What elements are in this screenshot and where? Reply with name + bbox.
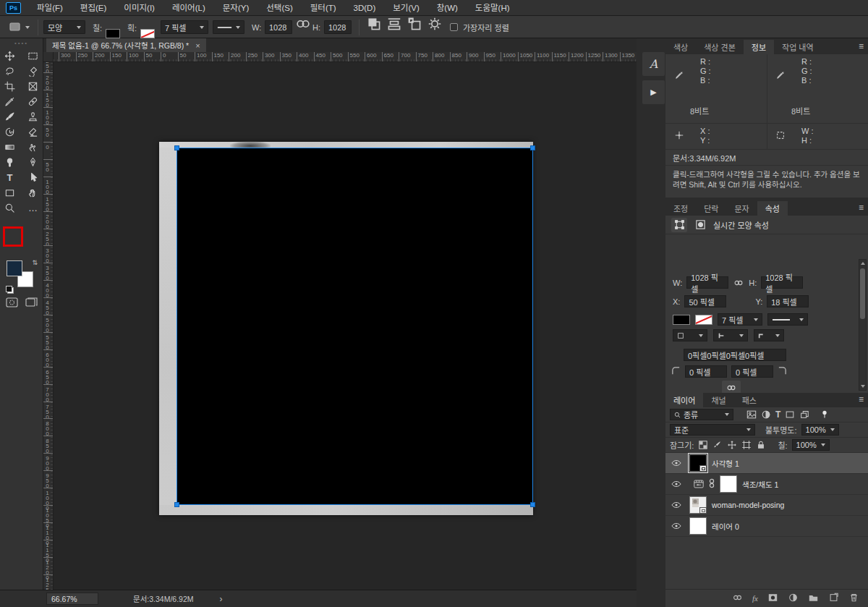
menu-item[interactable]: 파일(F) xyxy=(28,0,72,16)
lock-image-icon[interactable] xyxy=(712,440,723,450)
lock-transparency-icon[interactable] xyxy=(698,440,708,450)
tab-adjustments[interactable]: 조정 xyxy=(665,201,696,216)
menu-item[interactable]: 보기(V) xyxy=(384,0,428,16)
document-tab[interactable]: 제목 없음-1 @ 66.7% (사각형 1, RGB/8) * × xyxy=(46,38,206,52)
new-group-button[interactable] xyxy=(808,593,819,604)
close-icon[interactable]: × xyxy=(195,41,200,50)
menu-item[interactable]: 창(W) xyxy=(428,0,467,16)
layer-thumbnail[interactable] xyxy=(689,517,707,535)
tab-paths[interactable]: 패스 xyxy=(734,393,765,407)
scrollbar-thumb[interactable] xyxy=(860,268,865,319)
properties-scrollbar[interactable] xyxy=(859,259,867,391)
menu-item[interactable]: 편집(E) xyxy=(72,0,116,16)
path-arrangement-button[interactable] xyxy=(407,16,422,32)
layer-name[interactable]: woman-model-posing xyxy=(712,501,784,509)
document-canvas[interactable] xyxy=(159,142,533,515)
rectangle-tool[interactable] xyxy=(1,185,19,200)
filter-type-layers-icon[interactable]: T xyxy=(775,409,780,420)
delete-layer-button[interactable] xyxy=(848,593,859,604)
opacity-select[interactable]: 100% xyxy=(801,424,839,436)
vertical-ruler[interactable]: 2502001501005005010015020025030035040045… xyxy=(43,62,54,590)
visibility-eye-icon[interactable] xyxy=(668,459,684,467)
gradient-tool[interactable] xyxy=(1,140,19,155)
stroke-type-select[interactable] xyxy=(213,20,244,34)
frame-tool[interactable] xyxy=(25,79,42,94)
filter-shape-layers-icon[interactable] xyxy=(785,409,795,420)
link-dimensions-icon[interactable] xyxy=(733,278,744,288)
tab-info[interactable]: 정보 xyxy=(744,40,774,54)
new-layer-button[interactable] xyxy=(828,593,839,604)
layer-row-rectangle1[interactable]: 사각형 1 xyxy=(665,453,868,474)
default-colors-icon[interactable] xyxy=(6,286,14,294)
shape-fill-swatch[interactable] xyxy=(673,315,690,325)
tab-properties[interactable]: 속성 xyxy=(757,201,788,216)
lock-position-icon[interactable] xyxy=(727,440,737,450)
shape-h-input[interactable]: 1028 픽셀 xyxy=(761,276,803,289)
gear-icon[interactable] xyxy=(427,16,443,32)
rectangular-marquee-tool[interactable] xyxy=(25,48,42,64)
lock-all-icon[interactable] xyxy=(756,440,766,450)
shape-stroke-width-select[interactable]: 7 픽셀 xyxy=(718,313,762,326)
link-layers-button[interactable] xyxy=(732,593,743,604)
shape-y-input[interactable]: 18 픽셀 xyxy=(767,295,809,307)
corner-top-right-input[interactable]: 0 픽셀 xyxy=(731,365,773,378)
visibility-eye-icon[interactable] xyxy=(668,522,684,530)
shape-properties-button[interactable] xyxy=(671,218,687,232)
add-adjustment-button[interactable] xyxy=(788,593,799,604)
mask-properties-button[interactable] xyxy=(692,218,708,232)
history-brush-tool[interactable] xyxy=(1,124,19,140)
ruler-corner[interactable] xyxy=(43,52,54,62)
smudge-tool[interactable] xyxy=(25,140,42,155)
shape-x-input[interactable]: 50 픽셀 xyxy=(684,295,726,307)
menu-item[interactable]: 레이어(L) xyxy=(163,0,214,16)
shape-height-input[interactable]: 1028 xyxy=(324,20,352,34)
corner-radius-summary-input[interactable]: 0픽셀0픽셀0픽셀0픽셀 xyxy=(684,349,786,361)
filter-adjustment-layers-icon[interactable] xyxy=(761,409,771,420)
menu-item[interactable]: 선택(S) xyxy=(258,0,302,16)
clone-stamp-tool[interactable] xyxy=(25,109,42,124)
panel-menu-icon[interactable]: ≡ xyxy=(859,41,864,51)
zoom-level-field[interactable]: 66.67% xyxy=(46,593,98,605)
layer-name[interactable]: 레이어 0 xyxy=(712,521,739,532)
tool-preset-picker[interactable] xyxy=(9,16,30,38)
panel-menu-icon[interactable]: ≡ xyxy=(859,394,864,404)
corner-top-left-input[interactable]: 0 픽셀 xyxy=(685,365,727,378)
tool-mode-select[interactable]: 모양 xyxy=(43,20,85,34)
tab-history[interactable]: 작업 내역 xyxy=(774,40,822,54)
move-tool[interactable] xyxy=(1,48,19,64)
tab-layers[interactable]: 레이어 xyxy=(665,393,703,407)
shape-stroke-swatch[interactable] xyxy=(695,315,712,325)
visibility-eye-icon[interactable] xyxy=(668,480,684,488)
layer-thumbnail[interactable] xyxy=(689,496,707,514)
add-mask-button[interactable] xyxy=(767,593,778,604)
tab-swatches[interactable]: 색상 견본 xyxy=(696,40,744,54)
fill-opacity-select[interactable]: 100% xyxy=(792,439,830,451)
dodge-tool[interactable] xyxy=(1,155,19,170)
actions-panel-button[interactable]: ▶ xyxy=(642,80,665,104)
shape-width-input[interactable]: 1028 xyxy=(265,20,292,34)
stroke-width-select[interactable]: 7 픽셀 xyxy=(161,20,208,34)
align-edges-checkbox[interactable] xyxy=(450,23,458,31)
stroke-color-swatch[interactable] xyxy=(140,29,155,38)
menu-item[interactable]: 도움말(H) xyxy=(467,0,519,16)
status-options-chevron[interactable]: › xyxy=(220,594,223,604)
spot-healing-brush-tool[interactable] xyxy=(25,94,42,109)
bit-depth-left[interactable]: 8비트 xyxy=(690,105,709,116)
menu-item[interactable]: 필터(T) xyxy=(302,0,345,16)
zoom-tool[interactable] xyxy=(1,200,19,216)
scroll-down-arrow[interactable] xyxy=(861,385,865,388)
stroke-cap-select[interactable] xyxy=(713,329,748,341)
blend-mode-select[interactable]: 표준 xyxy=(670,424,755,436)
foreground-color-swatch[interactable] xyxy=(7,260,22,276)
layer-name[interactable]: 사각형 1 xyxy=(712,458,739,469)
lock-artboard-icon[interactable] xyxy=(741,440,752,450)
swap-colors-icon[interactable]: ⇅ xyxy=(32,259,38,266)
layer-thumbnail[interactable] xyxy=(689,454,707,472)
crop-tool[interactable] xyxy=(1,79,19,94)
shape-stroke-type-select[interactable] xyxy=(767,313,808,326)
tab-channels[interactable]: 채널 xyxy=(703,393,733,407)
path-selection-tool[interactable] xyxy=(25,170,42,185)
scroll-up-arrow[interactable] xyxy=(861,262,865,265)
eraser-tool[interactable] xyxy=(25,124,42,140)
layer-mask-thumbnail[interactable] xyxy=(720,475,737,493)
